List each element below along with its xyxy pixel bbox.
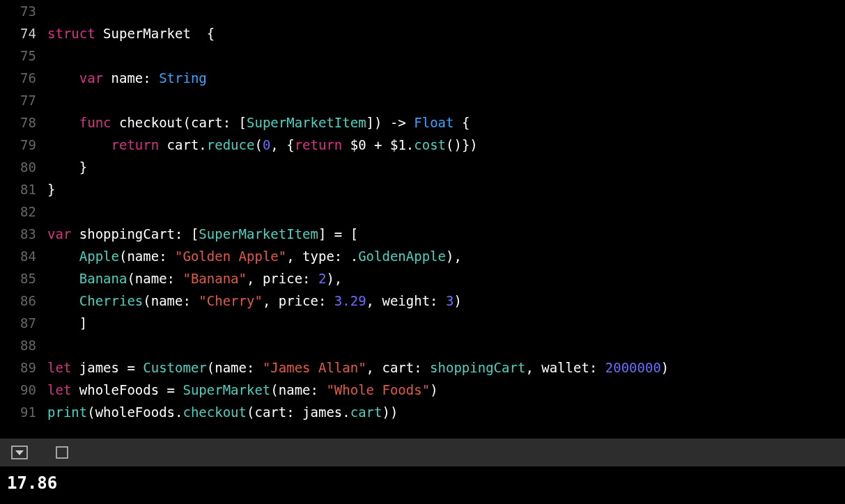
code-line[interactable]: 89let james = Customer(name: "James Alla… <box>0 356 845 379</box>
line-number: 80 <box>0 156 47 178</box>
code-content[interactable]: Cherries(name: "Cherry", price: 3.29, we… <box>47 290 845 312</box>
line-number: 88 <box>0 334 47 356</box>
code-content[interactable] <box>47 89 845 111</box>
code-line[interactable]: 88 <box>0 334 845 356</box>
code-line[interactable]: 87 ] <box>0 312 845 334</box>
code-content[interactable]: Apple(name: "Golden Apple", type: .Golde… <box>47 245 845 267</box>
line-number: 74 <box>0 22 47 45</box>
code-content[interactable]: func checkout(cart: [SuperMarketItem]) -… <box>47 111 845 134</box>
code-content[interactable] <box>47 0 845 22</box>
code-line[interactable]: 86 Cherries(name: "Cherry", price: 3.29,… <box>0 290 845 312</box>
console-toolbar <box>0 439 845 466</box>
code-content[interactable]: var name: String <box>47 67 845 89</box>
code-content[interactable]: } <box>47 156 845 178</box>
code-content[interactable]: } <box>47 178 845 200</box>
code-line[interactable]: 79 return cart.reduce(0, {return $0 + $1… <box>0 134 845 156</box>
line-number: 91 <box>0 401 47 423</box>
line-number: 89 <box>0 356 47 379</box>
code-line[interactable]: 82 <box>0 200 845 223</box>
code-content[interactable]: let james = Customer(name: "James Allan"… <box>47 356 845 379</box>
code-content[interactable]: struct SuperMarket { <box>47 22 845 45</box>
line-number: 73 <box>0 0 47 22</box>
line-number: 86 <box>0 290 47 312</box>
line-number: 78 <box>0 111 47 134</box>
code-line[interactable]: 74struct SuperMarket { <box>0 22 845 45</box>
line-number: 75 <box>0 45 47 67</box>
code-content[interactable] <box>47 200 845 223</box>
line-number: 85 <box>0 267 47 290</box>
code-content[interactable]: var shoppingCart: [SuperMarketItem] = [ <box>47 223 845 245</box>
code-line[interactable]: 90let wholeFoods = SuperMarket(name: "Wh… <box>0 379 845 401</box>
line-number: 90 <box>0 379 47 401</box>
code-line[interactable]: 75 <box>0 45 845 67</box>
code-line[interactable]: 76 var name: String <box>0 67 845 89</box>
line-number: 87 <box>0 312 47 334</box>
code-content[interactable]: return cart.reduce(0, {return $0 + $1.co… <box>47 134 845 156</box>
line-number: 76 <box>0 67 47 89</box>
code-line[interactable]: 80 } <box>0 156 845 178</box>
line-number: 84 <box>0 245 47 267</box>
line-number: 77 <box>0 89 47 111</box>
code-content[interactable]: ] <box>47 312 845 334</box>
code-line[interactable]: 77 <box>0 89 845 111</box>
console-output: 17.86 <box>0 466 845 504</box>
code-line[interactable]: 83var shoppingCart: [SuperMarketItem] = … <box>0 223 845 245</box>
code-line[interactable]: 81} <box>0 178 845 200</box>
code-content[interactable]: Banana(name: "Banana", price: 2), <box>47 267 845 290</box>
code-line[interactable]: 78 func checkout(cart: [SuperMarketItem]… <box>0 111 845 134</box>
code-line[interactable]: 84 Apple(name: "Golden Apple", type: .Go… <box>0 245 845 267</box>
code-line[interactable]: 91print(wholeFoods.checkout(cart: james.… <box>0 401 845 423</box>
console-stop-icon[interactable] <box>56 446 68 459</box>
console-dropdown-icon[interactable] <box>11 446 28 459</box>
svg-marker-1 <box>15 450 24 455</box>
line-number: 81 <box>0 178 47 200</box>
code-content[interactable] <box>47 45 845 67</box>
code-line[interactable]: 85 Banana(name: "Banana", price: 2), <box>0 267 845 290</box>
code-content[interactable]: let wholeFoods = SuperMarket(name: "Whol… <box>47 379 845 401</box>
svg-rect-2 <box>56 447 68 458</box>
line-number: 83 <box>0 223 47 245</box>
code-content[interactable] <box>47 334 845 356</box>
code-content[interactable]: print(wholeFoods.checkout(cart: james.ca… <box>47 401 845 423</box>
code-editor[interactable]: 7374struct SuperMarket {7576 var name: S… <box>0 0 845 439</box>
line-number: 79 <box>0 134 47 156</box>
code-line[interactable]: 73 <box>0 0 845 22</box>
console-output-text: 17.86 <box>7 473 57 493</box>
line-number: 82 <box>0 200 47 223</box>
